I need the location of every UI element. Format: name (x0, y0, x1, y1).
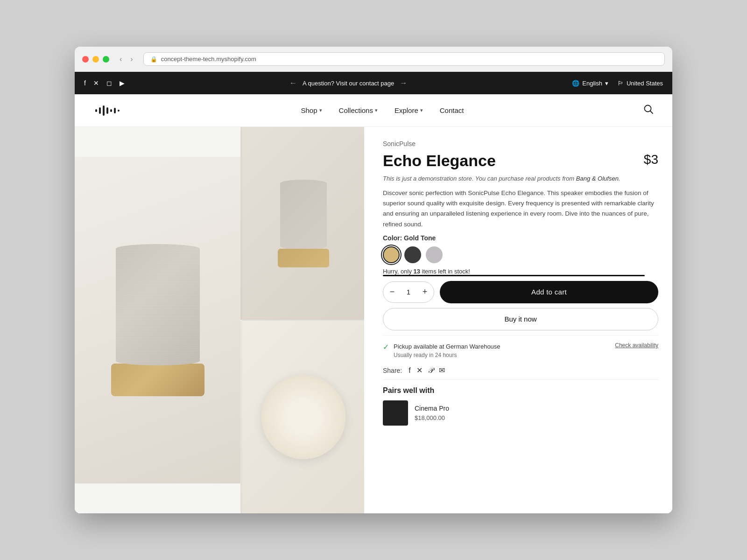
color-selected-value: Gold Tone (404, 234, 436, 242)
prev-announcement-button[interactable]: ← (289, 79, 297, 87)
region-selector[interactable]: 🏳 United States (618, 80, 663, 87)
product-description: Discover sonic perfection with SonicPuls… (383, 188, 658, 230)
globe-icon: 🌐 (572, 80, 579, 87)
logo[interactable] (93, 104, 121, 118)
language-label: English (582, 80, 602, 87)
close-button[interactable] (82, 56, 89, 63)
pickup-notice: ✓ Pickup available at German Warehouse U… (383, 335, 658, 360)
collections-chevron-icon: ▾ (375, 107, 378, 113)
buy-now-button[interactable]: Buy it now (383, 308, 658, 330)
product-details: SonicPulse Echo Elegance $3 This is just… (364, 127, 672, 513)
stock-suffix: items left in stock! (422, 268, 470, 275)
share-facebook-icon[interactable]: f (409, 366, 410, 375)
quantity-value: 1 (401, 288, 416, 296)
pickup-available-icon: ✓ (383, 343, 389, 351)
quantity-control: − 1 + (383, 281, 434, 303)
svg-rect-2 (103, 105, 105, 116)
nav-contact[interactable]: Contact (440, 106, 464, 114)
social-icons: f ✕ ◻ ▶ (84, 79, 125, 87)
main-product-image (75, 157, 240, 483)
thumbnail-1[interactable] (240, 127, 364, 320)
pairs-section: Pairs well with Cinema Pro $18,000.00 (383, 379, 658, 426)
share-twitter-icon[interactable]: ✕ (416, 366, 423, 375)
svg-rect-5 (114, 108, 116, 113)
share-email-icon[interactable]: ✉ (439, 366, 445, 375)
pickup-title: Pickup available at German Warehouse (394, 342, 500, 351)
gallery-main-image[interactable] (75, 127, 240, 513)
quantity-increase-button[interactable]: + (416, 282, 434, 302)
color-swatch-gold[interactable] (383, 246, 400, 263)
announcement-right: 🌐 English ▾ 🏳 United States (572, 80, 663, 87)
svg-line-8 (650, 111, 653, 114)
main-nav: Shop ▾ Collections ▾ Explore ▾ Contact (75, 94, 672, 127)
product-price: $3 (644, 152, 658, 167)
facebook-icon[interactable]: f (84, 79, 86, 87)
search-button[interactable] (643, 104, 654, 117)
announcement-center: ← A question? Visit our contact page → (289, 79, 407, 87)
nav-links: Shop ▾ Collections ▾ Explore ▾ Contact (301, 106, 464, 114)
announcement-text: A question? Visit our contact page (303, 80, 394, 87)
traffic-lights (82, 56, 109, 63)
twitter-x-icon[interactable]: ✕ (93, 79, 99, 87)
svg-rect-4 (110, 109, 112, 112)
pickup-check-link[interactable]: Check availability (615, 342, 658, 349)
search-icon (643, 104, 654, 114)
page-content: f ✕ ◻ ▶ ← A question? Visit our contact … (75, 72, 672, 513)
add-to-cart-button[interactable]: Add to cart (440, 281, 658, 303)
explore-chevron-icon: ▾ (420, 107, 423, 113)
url-text: concept-theme-tech.myshopify.com (161, 56, 256, 63)
share-row: Share: f ✕ 𝒫 ✉ (383, 364, 658, 375)
browser-window: ‹ › 🔒 concept-theme-tech.myshopify.com f… (75, 47, 672, 513)
product-title: Echo Elegance (383, 152, 496, 169)
thumb2-plate (261, 375, 345, 459)
chevron-down-icon: ▾ (605, 80, 608, 87)
speaker-illustration (111, 244, 204, 396)
minimize-button[interactable] (92, 56, 99, 63)
nav-explore[interactable]: Explore ▾ (395, 106, 423, 114)
back-button[interactable]: ‹ (117, 54, 125, 64)
color-swatches (383, 246, 658, 263)
pairs-product-price: $18,000.00 (415, 413, 449, 423)
youtube-icon[interactable]: ▶ (120, 79, 125, 87)
product-title-row: Echo Elegance $3 (383, 152, 658, 169)
product-area: SonicPulse Echo Elegance $3 This is just… (75, 127, 672, 513)
thumb1-content (278, 180, 329, 267)
nav-shop[interactable]: Shop ▾ (301, 106, 322, 114)
shop-chevron-icon: ▾ (319, 107, 322, 113)
maximize-button[interactable] (103, 56, 109, 63)
speaker-base (111, 364, 204, 396)
thumbnail-2[interactable] (240, 320, 364, 513)
demo-notice: This is just a demonstration store. You … (383, 174, 658, 183)
lock-icon: 🔒 (150, 56, 157, 63)
speaker-cylinder (116, 244, 200, 365)
language-selector[interactable]: 🌐 English ▾ (572, 80, 608, 87)
share-pinterest-icon[interactable]: 𝒫 (428, 366, 433, 375)
address-bar[interactable]: 🔒 concept-theme-tech.myshopify.com (143, 52, 665, 66)
bang-olufsen-link[interactable]: Bang & Olufsen (576, 175, 619, 182)
speaker-fabric (116, 244, 200, 365)
demo-notice-text: This is just a demonstration store. You … (383, 175, 620, 182)
pairs-thumbnail (383, 400, 408, 426)
browser-chrome: ‹ › 🔒 concept-theme-tech.myshopify.com (75, 47, 672, 72)
stock-notice: Hurry, only 13 items left in stock! (383, 268, 658, 275)
thumb1-cylinder (280, 180, 327, 250)
stock-section: Hurry, only 13 items left in stock! (383, 268, 658, 276)
nav-shop-label: Shop (301, 106, 317, 114)
stock-text: Hurry, only (383, 268, 412, 275)
color-label: Color: Gold Tone (383, 234, 658, 242)
quantity-cart-row: − 1 + Add to cart (383, 281, 658, 303)
forward-button[interactable]: › (127, 54, 135, 64)
pickup-subtitle: Usually ready in 24 hours (394, 351, 500, 359)
quantity-decrease-button[interactable]: − (383, 282, 401, 302)
pairs-product-name: Cinema Pro (415, 404, 449, 413)
next-announcement-button[interactable]: → (400, 79, 407, 87)
gallery-thumbnails (240, 127, 364, 513)
share-label: Share: (383, 367, 402, 374)
thumb1-base (278, 249, 329, 267)
nav-collections[interactable]: Collections ▾ (339, 106, 378, 114)
svg-rect-1 (99, 107, 101, 114)
color-swatch-dark[interactable] (404, 246, 421, 263)
color-swatch-silver[interactable] (426, 246, 443, 263)
color-label-text: Color: (383, 234, 402, 242)
instagram-icon[interactable]: ◻ (106, 79, 112, 87)
